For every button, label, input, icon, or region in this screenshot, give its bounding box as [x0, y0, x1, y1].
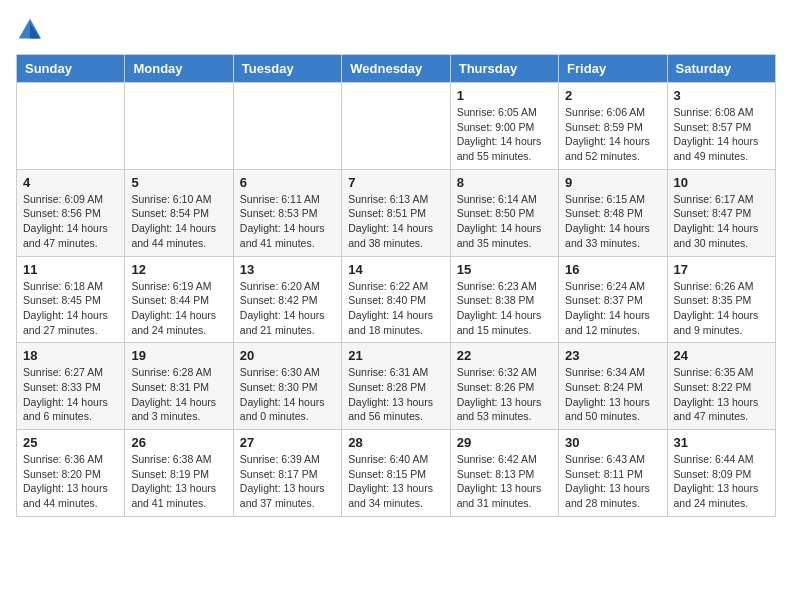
day-number: 19	[131, 348, 226, 363]
day-info: Sunrise: 6:28 AM Sunset: 8:31 PM Dayligh…	[131, 365, 226, 424]
day-info: Sunrise: 6:43 AM Sunset: 8:11 PM Dayligh…	[565, 452, 660, 511]
calendar-day-cell: 31Sunrise: 6:44 AM Sunset: 8:09 PM Dayli…	[667, 430, 775, 517]
calendar-day-cell: 5Sunrise: 6:10 AM Sunset: 8:54 PM Daylig…	[125, 169, 233, 256]
calendar-day-cell: 13Sunrise: 6:20 AM Sunset: 8:42 PM Dayli…	[233, 256, 341, 343]
day-info: Sunrise: 6:34 AM Sunset: 8:24 PM Dayligh…	[565, 365, 660, 424]
day-number: 17	[674, 262, 769, 277]
day-number: 7	[348, 175, 443, 190]
day-info: Sunrise: 6:44 AM Sunset: 8:09 PM Dayligh…	[674, 452, 769, 511]
day-number: 26	[131, 435, 226, 450]
calendar-day-cell	[342, 83, 450, 170]
day-number: 9	[565, 175, 660, 190]
weekday-header-cell: Saturday	[667, 55, 775, 83]
weekday-header-cell: Wednesday	[342, 55, 450, 83]
day-number: 27	[240, 435, 335, 450]
weekday-header-cell: Tuesday	[233, 55, 341, 83]
calendar-day-cell: 23Sunrise: 6:34 AM Sunset: 8:24 PM Dayli…	[559, 343, 667, 430]
day-number: 24	[674, 348, 769, 363]
day-number: 22	[457, 348, 552, 363]
calendar-week-row: 25Sunrise: 6:36 AM Sunset: 8:20 PM Dayli…	[17, 430, 776, 517]
calendar-day-cell: 20Sunrise: 6:30 AM Sunset: 8:30 PM Dayli…	[233, 343, 341, 430]
day-number: 1	[457, 88, 552, 103]
calendar-day-cell: 10Sunrise: 6:17 AM Sunset: 8:47 PM Dayli…	[667, 169, 775, 256]
day-number: 28	[348, 435, 443, 450]
day-number: 21	[348, 348, 443, 363]
weekday-header-cell: Friday	[559, 55, 667, 83]
day-number: 5	[131, 175, 226, 190]
day-info: Sunrise: 6:11 AM Sunset: 8:53 PM Dayligh…	[240, 192, 335, 251]
day-number: 8	[457, 175, 552, 190]
calendar-day-cell: 2Sunrise: 6:06 AM Sunset: 8:59 PM Daylig…	[559, 83, 667, 170]
calendar-body: 1Sunrise: 6:05 AM Sunset: 9:00 PM Daylig…	[17, 83, 776, 517]
day-number: 4	[23, 175, 118, 190]
day-number: 6	[240, 175, 335, 190]
day-info: Sunrise: 6:32 AM Sunset: 8:26 PM Dayligh…	[457, 365, 552, 424]
day-info: Sunrise: 6:08 AM Sunset: 8:57 PM Dayligh…	[674, 105, 769, 164]
calendar-day-cell: 24Sunrise: 6:35 AM Sunset: 8:22 PM Dayli…	[667, 343, 775, 430]
calendar-day-cell: 11Sunrise: 6:18 AM Sunset: 8:45 PM Dayli…	[17, 256, 125, 343]
calendar-day-cell: 14Sunrise: 6:22 AM Sunset: 8:40 PM Dayli…	[342, 256, 450, 343]
day-number: 12	[131, 262, 226, 277]
calendar-day-cell: 1Sunrise: 6:05 AM Sunset: 9:00 PM Daylig…	[450, 83, 558, 170]
day-info: Sunrise: 6:26 AM Sunset: 8:35 PM Dayligh…	[674, 279, 769, 338]
calendar-day-cell: 27Sunrise: 6:39 AM Sunset: 8:17 PM Dayli…	[233, 430, 341, 517]
calendar-day-cell: 3Sunrise: 6:08 AM Sunset: 8:57 PM Daylig…	[667, 83, 775, 170]
day-info: Sunrise: 6:30 AM Sunset: 8:30 PM Dayligh…	[240, 365, 335, 424]
day-number: 29	[457, 435, 552, 450]
calendar-week-row: 18Sunrise: 6:27 AM Sunset: 8:33 PM Dayli…	[17, 343, 776, 430]
calendar-day-cell: 19Sunrise: 6:28 AM Sunset: 8:31 PM Dayli…	[125, 343, 233, 430]
calendar-day-cell: 9Sunrise: 6:15 AM Sunset: 8:48 PM Daylig…	[559, 169, 667, 256]
calendar-week-row: 11Sunrise: 6:18 AM Sunset: 8:45 PM Dayli…	[17, 256, 776, 343]
calendar-day-cell: 8Sunrise: 6:14 AM Sunset: 8:50 PM Daylig…	[450, 169, 558, 256]
calendar-day-cell: 17Sunrise: 6:26 AM Sunset: 8:35 PM Dayli…	[667, 256, 775, 343]
calendar-table: SundayMondayTuesdayWednesdayThursdayFrid…	[16, 54, 776, 517]
calendar-day-cell	[233, 83, 341, 170]
day-info: Sunrise: 6:06 AM Sunset: 8:59 PM Dayligh…	[565, 105, 660, 164]
day-number: 2	[565, 88, 660, 103]
day-number: 31	[674, 435, 769, 450]
calendar-day-cell	[17, 83, 125, 170]
day-info: Sunrise: 6:35 AM Sunset: 8:22 PM Dayligh…	[674, 365, 769, 424]
day-number: 3	[674, 88, 769, 103]
calendar-day-cell: 21Sunrise: 6:31 AM Sunset: 8:28 PM Dayli…	[342, 343, 450, 430]
calendar-day-cell: 29Sunrise: 6:42 AM Sunset: 8:13 PM Dayli…	[450, 430, 558, 517]
day-info: Sunrise: 6:24 AM Sunset: 8:37 PM Dayligh…	[565, 279, 660, 338]
calendar-day-cell: 16Sunrise: 6:24 AM Sunset: 8:37 PM Dayli…	[559, 256, 667, 343]
day-number: 16	[565, 262, 660, 277]
weekday-header-cell: Thursday	[450, 55, 558, 83]
calendar-day-cell: 26Sunrise: 6:38 AM Sunset: 8:19 PM Dayli…	[125, 430, 233, 517]
day-number: 23	[565, 348, 660, 363]
day-info: Sunrise: 6:19 AM Sunset: 8:44 PM Dayligh…	[131, 279, 226, 338]
day-info: Sunrise: 6:27 AM Sunset: 8:33 PM Dayligh…	[23, 365, 118, 424]
calendar-day-cell: 28Sunrise: 6:40 AM Sunset: 8:15 PM Dayli…	[342, 430, 450, 517]
calendar-day-cell: 7Sunrise: 6:13 AM Sunset: 8:51 PM Daylig…	[342, 169, 450, 256]
day-info: Sunrise: 6:22 AM Sunset: 8:40 PM Dayligh…	[348, 279, 443, 338]
calendar-day-cell	[125, 83, 233, 170]
calendar-day-cell: 18Sunrise: 6:27 AM Sunset: 8:33 PM Dayli…	[17, 343, 125, 430]
day-info: Sunrise: 6:13 AM Sunset: 8:51 PM Dayligh…	[348, 192, 443, 251]
day-number: 11	[23, 262, 118, 277]
weekday-header-cell: Sunday	[17, 55, 125, 83]
calendar-day-cell: 4Sunrise: 6:09 AM Sunset: 8:56 PM Daylig…	[17, 169, 125, 256]
day-info: Sunrise: 6:23 AM Sunset: 8:38 PM Dayligh…	[457, 279, 552, 338]
day-number: 18	[23, 348, 118, 363]
calendar-week-row: 1Sunrise: 6:05 AM Sunset: 9:00 PM Daylig…	[17, 83, 776, 170]
day-info: Sunrise: 6:20 AM Sunset: 8:42 PM Dayligh…	[240, 279, 335, 338]
calendar-day-cell: 25Sunrise: 6:36 AM Sunset: 8:20 PM Dayli…	[17, 430, 125, 517]
logo-icon	[16, 16, 44, 44]
calendar-day-cell: 15Sunrise: 6:23 AM Sunset: 8:38 PM Dayli…	[450, 256, 558, 343]
day-number: 25	[23, 435, 118, 450]
day-info: Sunrise: 6:38 AM Sunset: 8:19 PM Dayligh…	[131, 452, 226, 511]
weekday-header-cell: Monday	[125, 55, 233, 83]
day-info: Sunrise: 6:42 AM Sunset: 8:13 PM Dayligh…	[457, 452, 552, 511]
day-info: Sunrise: 6:10 AM Sunset: 8:54 PM Dayligh…	[131, 192, 226, 251]
header	[16, 16, 776, 44]
day-number: 14	[348, 262, 443, 277]
day-info: Sunrise: 6:14 AM Sunset: 8:50 PM Dayligh…	[457, 192, 552, 251]
day-info: Sunrise: 6:36 AM Sunset: 8:20 PM Dayligh…	[23, 452, 118, 511]
calendar-day-cell: 6Sunrise: 6:11 AM Sunset: 8:53 PM Daylig…	[233, 169, 341, 256]
day-number: 30	[565, 435, 660, 450]
day-number: 20	[240, 348, 335, 363]
day-info: Sunrise: 6:05 AM Sunset: 9:00 PM Dayligh…	[457, 105, 552, 164]
day-info: Sunrise: 6:18 AM Sunset: 8:45 PM Dayligh…	[23, 279, 118, 338]
